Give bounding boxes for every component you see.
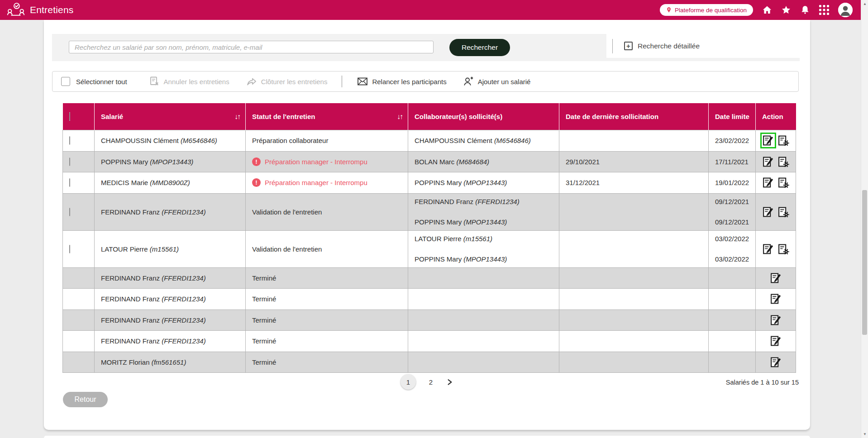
collaborateurs-cell: BOLAN Marc (M684684) xyxy=(408,151,559,172)
edit-interview-icon[interactable] xyxy=(762,176,774,189)
statut-cell: !Préparation manager - Interrompu xyxy=(246,172,408,194)
statut-label: Préparation manager - Interrompu xyxy=(265,158,367,166)
table-row: CHAMPOUSSIN Clément (M6546846)Préparatio… xyxy=(63,130,796,152)
alert-icon: ! xyxy=(252,157,261,166)
header-select-all-checkbox[interactable] xyxy=(69,112,70,121)
row-select-cell xyxy=(63,130,95,152)
salarie-cell: MEDICIS Marie (MMD8900Z) xyxy=(95,172,246,194)
app-title: Entretiens xyxy=(30,5,74,15)
apps-grid-icon[interactable] xyxy=(819,5,829,15)
row-select-cell xyxy=(63,230,95,267)
salarie-matricule: (M6546846) xyxy=(181,137,217,144)
salarie-name: FERDINAND Franz xyxy=(101,316,160,324)
scrollbar-thumb[interactable] xyxy=(862,190,867,335)
collaborateurs-cell xyxy=(408,267,559,289)
detailed-search[interactable]: + Recherche détaillée xyxy=(606,34,800,58)
sort-arrows-icon[interactable]: ↓↑ xyxy=(234,113,240,121)
edit-interview-icon[interactable] xyxy=(770,314,782,326)
edit-interview-icon[interactable] xyxy=(770,356,782,368)
add-employee-button[interactable]: Ajouter un salarié xyxy=(463,76,531,87)
row-checkbox[interactable] xyxy=(69,157,70,166)
row-select-cell xyxy=(63,151,95,172)
salarie-name: MORITZ Florian xyxy=(101,358,150,366)
column-statut-label: Statut de l'entretien xyxy=(252,113,315,120)
star-icon[interactable] xyxy=(781,5,791,15)
column-salarie[interactable]: Salarié↓↑ xyxy=(95,103,246,130)
statut-cell: Terminé xyxy=(246,352,408,373)
cancel-document-icon xyxy=(149,76,160,87)
interviews-table: Salarié↓↑Statut de l'entretien↓↑Collabor… xyxy=(62,103,796,373)
column-action: Action xyxy=(756,103,796,130)
pagination: 12 xyxy=(44,374,810,390)
date-limite-cell: 03/02/202203/02/2022 xyxy=(709,230,756,267)
page-button-2[interactable]: 2 xyxy=(428,378,434,386)
sort-arrows-icon[interactable]: ↓↑ xyxy=(397,113,402,121)
user-avatar[interactable] xyxy=(838,3,853,17)
date-limite-value: 19/01/2022 xyxy=(715,179,751,186)
remind-participants-label: Relancer les participants xyxy=(372,78,446,86)
edit-interview-icon[interactable] xyxy=(770,272,782,284)
statut-cell: Validation de l'entretien xyxy=(246,193,408,230)
select-all-label[interactable]: Sélectionner tout xyxy=(76,78,127,86)
cancel-interviews-button[interactable]: Annuler les entretiens xyxy=(149,76,229,87)
row-checkbox[interactable] xyxy=(69,136,70,145)
next-page-icon[interactable] xyxy=(446,378,453,386)
interview-settings-icon[interactable] xyxy=(777,176,790,189)
salarie-cell: FERDINAND Franz (FFERDI1234) xyxy=(95,309,246,331)
row-select-cell xyxy=(63,289,95,310)
interview-settings-icon[interactable] xyxy=(777,206,790,218)
interview-settings-icon[interactable] xyxy=(777,156,790,168)
collaborateurs-cell xyxy=(408,289,559,310)
edit-interview-icon[interactable] xyxy=(762,206,774,218)
action-cell xyxy=(756,230,796,267)
salarie-name: FERDINAND Franz xyxy=(101,274,160,282)
search-button[interactable]: Rechercher xyxy=(449,39,510,56)
qualification-platform-badge[interactable]: Plateforme de qualification xyxy=(660,4,753,16)
page-button-1[interactable]: 1 xyxy=(401,374,416,390)
row-checkbox[interactable] xyxy=(69,245,70,253)
home-icon[interactable] xyxy=(762,5,772,15)
date-limite-value: 03/02/2022 xyxy=(715,235,751,243)
row-checkbox[interactable] xyxy=(69,208,70,216)
edit-interview-icon[interactable] xyxy=(762,243,774,255)
collaborateur-entry: POPPINS Mary (MPOP13443) xyxy=(415,218,554,226)
entretiens-logo-icon xyxy=(6,2,25,18)
remind-participants-button[interactable]: Relancer les participants xyxy=(357,76,446,87)
edit-interview-icon[interactable] xyxy=(770,335,782,347)
row-select-cell xyxy=(63,193,95,230)
scroll-up-arrow-icon[interactable]: ▲ xyxy=(861,2,868,6)
statut-label: Préparation manager - Interrompu xyxy=(265,179,367,186)
vertical-divider xyxy=(612,39,613,53)
derniere-sollicitation-cell: 31/12/2021 xyxy=(559,172,709,194)
forward-arrow-icon xyxy=(246,76,257,87)
table-row: FERDINAND Franz (FFERDI1234)Terminé xyxy=(63,331,796,352)
top-header-bar: Entretiens Plateforme de qualification xyxy=(0,0,868,20)
bell-icon[interactable] xyxy=(800,5,810,15)
salarie-name: MEDICIS Marie xyxy=(101,179,148,186)
statut-cell: Terminé xyxy=(246,289,408,310)
column-statut[interactable]: Statut de l'entretien↓↑ xyxy=(246,103,408,130)
interview-settings-icon[interactable] xyxy=(777,134,790,147)
salarie-cell: MORITZ Florian (fm561651) xyxy=(95,352,246,373)
salarie-name: CHAMPOUSSIN Clément xyxy=(101,137,179,144)
edit-interview-icon[interactable] xyxy=(762,156,774,168)
collaborateur-entry: BOLAN Marc (M684684) xyxy=(415,158,554,166)
edit-interview-icon[interactable] xyxy=(770,293,782,305)
statut-cell: Terminé xyxy=(246,309,408,331)
collaborateurs-cell: CHAMPOUSSIN Clément (M6546846) xyxy=(408,130,559,152)
salarie-matricule: (FFERDI1234) xyxy=(162,337,206,345)
action-cell xyxy=(756,172,796,194)
interview-settings-icon[interactable] xyxy=(777,243,790,255)
search-section: Rechercher + Recherche détaillée xyxy=(52,34,800,61)
page-scrollbar[interactable]: ▲ ▼ xyxy=(861,0,868,438)
close-interviews-button[interactable]: Clôturer les entretiens xyxy=(246,76,328,87)
edit-interview-icon[interactable] xyxy=(762,134,774,147)
search-input[interactable] xyxy=(69,41,434,53)
select-all-checkbox[interactable] xyxy=(61,77,70,86)
date-limite-cell xyxy=(709,289,756,310)
scroll-down-arrow-icon[interactable]: ▼ xyxy=(861,432,868,436)
row-checkbox[interactable] xyxy=(69,178,70,187)
derniere-sollicitation-cell xyxy=(559,193,709,230)
row-select-cell xyxy=(63,331,95,352)
back-button[interactable]: Retour xyxy=(63,392,108,407)
